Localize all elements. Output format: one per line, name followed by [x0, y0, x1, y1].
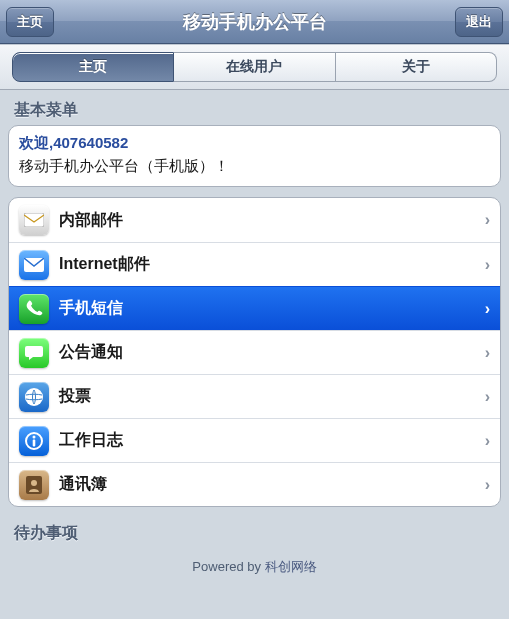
chevron-right-icon: › — [485, 344, 490, 362]
menu-label: Internet邮件 — [59, 254, 485, 275]
vote-icon — [19, 382, 49, 412]
footer: Powered by 科创网络 — [8, 548, 501, 586]
menu-item-vote[interactable]: 投票 › — [9, 374, 500, 418]
welcome-greeting: 欢迎,407640582 — [19, 134, 490, 153]
menu-item-internal-mail[interactable]: 内部邮件 › — [9, 198, 500, 242]
nav-logout-button[interactable]: 退出 — [455, 7, 503, 37]
nav-home-button[interactable]: 主页 — [6, 7, 54, 37]
tab-about[interactable]: 关于 — [336, 52, 497, 82]
chevron-right-icon: › — [485, 388, 490, 406]
svg-point-4 — [33, 435, 36, 438]
menu-label: 内部邮件 — [59, 210, 485, 231]
menu-panel: 内部邮件 › Internet邮件 › 手机短信 › 公告通知 › — [8, 197, 501, 507]
nav-title: 移动手机办公平台 — [0, 10, 509, 34]
menu-label: 通讯簿 — [59, 474, 485, 495]
menu-label: 公告通知 — [59, 342, 485, 363]
svg-point-7 — [31, 480, 37, 486]
menu-label: 工作日志 — [59, 430, 485, 451]
chevron-right-icon: › — [485, 211, 490, 229]
menu-item-work-log[interactable]: 工作日志 › — [9, 418, 500, 462]
welcome-subtitle: 移动手机办公平台（手机版）！ — [19, 157, 490, 176]
footer-powered: Powered by — [192, 559, 261, 574]
navbar: 主页 移动手机办公平台 退出 — [0, 0, 509, 44]
menu-item-sms[interactable]: 手机短信 › — [9, 286, 500, 330]
contacts-icon — [19, 470, 49, 500]
chat-bubble-icon — [19, 338, 49, 368]
chevron-right-icon: › — [485, 432, 490, 450]
info-icon — [19, 426, 49, 456]
menu-label: 手机短信 — [59, 298, 485, 319]
menu-item-internet-mail[interactable]: Internet邮件 › — [9, 242, 500, 286]
chevron-right-icon: › — [485, 476, 490, 494]
menu-item-contacts[interactable]: 通讯簿 › — [9, 462, 500, 506]
chevron-right-icon: › — [485, 256, 490, 274]
tab-home[interactable]: 主页 — [12, 52, 174, 82]
menu-item-notice[interactable]: 公告通知 › — [9, 330, 500, 374]
chevron-right-icon: › — [485, 300, 490, 318]
tab-online-users[interactable]: 在线用户 — [174, 52, 335, 82]
svg-rect-5 — [33, 439, 36, 446]
mail-icon — [19, 205, 49, 235]
welcome-panel: 欢迎,407640582 移动手机办公平台（手机版）！ — [8, 125, 501, 187]
section-header-basic-menu: 基本菜单 — [8, 94, 501, 125]
svg-rect-0 — [24, 213, 44, 227]
menu-label: 投票 — [59, 386, 485, 407]
section-header-todo: 待办事项 — [8, 517, 501, 548]
internet-mail-icon — [19, 250, 49, 280]
content: 基本菜单 欢迎,407640582 移动手机办公平台（手机版）！ 内部邮件 › … — [0, 90, 509, 586]
footer-credit: 科创网络 — [265, 559, 317, 574]
phone-icon — [19, 294, 49, 324]
tabbar: 主页 在线用户 关于 — [0, 44, 509, 90]
